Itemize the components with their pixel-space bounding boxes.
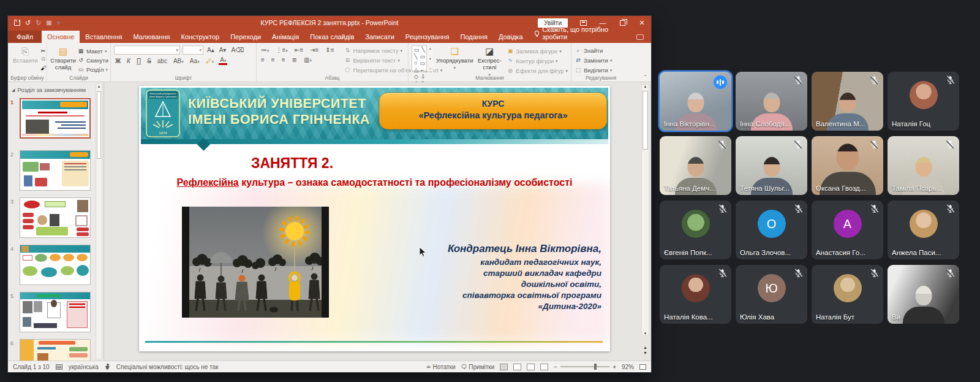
shapes-gallery[interactable]: ▭╲╲▭○▭ △⌐⌐◇⇩◠ ✎⌒∿{}☆ ▴▾▿: [412, 45, 433, 71]
tab-animations[interactable]: Анімація: [266, 31, 304, 43]
replace-button[interactable]: ⇄Замінити▾: [575, 56, 627, 64]
find-button[interactable]: ⌕Знайти: [575, 47, 627, 55]
zoom-slider[interactable]: [560, 366, 609, 367]
highlight-icon[interactable]: 🖉▾: [205, 58, 216, 64]
participant-tile[interactable]: Таміла Псарь...: [888, 136, 959, 195]
text-shadow-icon[interactable]: abc: [156, 58, 168, 64]
shapes-scroll[interactable]: ▴▾▿: [426, 45, 433, 71]
tab-help[interactable]: Довідка: [493, 31, 529, 43]
zoom-slider-thumb[interactable]: [594, 364, 597, 370]
slide-illustration[interactable]: [182, 207, 329, 318]
thumbnail-slide-4[interactable]: 4: [9, 245, 101, 289]
thumbnail-scrollbar[interactable]: ▲: [96, 83, 102, 359]
bold-icon[interactable]: Ж: [114, 58, 122, 64]
participant-tile[interactable]: Інна Слободя...: [736, 72, 807, 131]
notes-toggle[interactable]: ≐ Нотатки: [426, 364, 455, 370]
participant-tile[interactable]: Татьяна Демч...: [660, 136, 731, 195]
participant-tile[interactable]: Оксана Гвозд...: [812, 136, 883, 195]
tab-draw[interactable]: Малювання: [127, 31, 175, 43]
section-button[interactable]: ▭Розділ▾: [77, 66, 108, 74]
tell-me-box[interactable]: Скажіть, що потрібно зробити: [529, 23, 637, 43]
italic-icon[interactable]: К: [126, 58, 132, 64]
tab-insert[interactable]: Вставлення: [80, 31, 127, 43]
align-right-icon[interactable]: ≡: [281, 56, 287, 63]
prev-next-slide-buttons[interactable]: ▲▼: [641, 345, 649, 356]
arrange-button[interactable]: ❏ Упорядкувати▾: [437, 45, 472, 72]
justify-icon[interactable]: ≣: [291, 56, 298, 63]
course-badge[interactable]: КУРС «Рефлексійна культура педагога»: [379, 93, 607, 129]
shape-outline-button[interactable]: ✎Контур фігури▾: [507, 57, 568, 65]
slideshow-view-icon[interactable]: [540, 364, 548, 370]
layout-button[interactable]: ▦Макет▾: [77, 47, 108, 55]
participant-tile[interactable]: Наталія Гоц: [888, 72, 959, 131]
line-spacing-icon[interactable]: ⇕≡: [324, 47, 335, 53]
participant-tile[interactable]: О Ольга Злочов...: [736, 201, 807, 259]
increase-indent-icon[interactable]: ⇥≡: [309, 47, 320, 53]
underline-icon[interactable]: П: [135, 58, 142, 64]
clear-format-icon[interactable]: A⌫: [230, 47, 245, 53]
participant-tile[interactable]: Тетяна Шульг...: [736, 136, 807, 195]
participant-tile[interactable]: Анжела Паси...: [888, 201, 959, 259]
shape-fill-button[interactable]: ▣Заливка фігури▾: [507, 47, 568, 55]
tab-design[interactable]: Конструктор: [175, 31, 225, 43]
reset-button[interactable]: ↺Скинути: [77, 56, 108, 64]
decrease-indent-icon[interactable]: ⇤≡: [293, 47, 304, 53]
save-icon[interactable]: [14, 20, 20, 26]
thumbnail-slide-1[interactable]: 1: [9, 98, 101, 142]
scrollbar-thumb[interactable]: [97, 91, 101, 159]
university-name[interactable]: КИЇВСЬКИЙ УНІВЕРСИТЕТ ІМЕНІ БОРИСА ГРІНЧ…: [188, 96, 370, 128]
align-left-icon[interactable]: ≡: [260, 56, 266, 63]
char-spacing-icon[interactable]: АВ▾: [172, 58, 185, 64]
tab-home[interactable]: Основне: [42, 31, 80, 43]
scroll-down-icon[interactable]: ▼: [642, 332, 649, 335]
columns-icon[interactable]: ▥▾: [303, 56, 313, 63]
font-name-combobox[interactable]: ▾: [114, 45, 180, 55]
change-case-icon[interactable]: Аа▾: [189, 58, 201, 64]
tab-view[interactable]: Подання: [455, 31, 493, 43]
scroll-up-icon[interactable]: ▲: [96, 85, 102, 88]
scroll-up-icon[interactable]: ▲: [642, 85, 649, 88]
redo-icon[interactable]: ↻: [36, 20, 41, 26]
copy-icon[interactable]: ⧉: [40, 56, 47, 63]
participant-tile[interactable]: А Анастасия Го...: [812, 201, 883, 259]
participant-tile[interactable]: Валентина М...: [812, 72, 883, 131]
undo-icon[interactable]: ↺: [25, 20, 31, 26]
fit-slide-icon[interactable]: [639, 364, 646, 370]
thumbnail-slide-2[interactable]: 2: [9, 150, 101, 194]
font-size-combobox[interactable]: ▾: [183, 45, 203, 55]
shape-effects-button[interactable]: ◍Ефекти для фігур▾: [507, 67, 568, 75]
section-header[interactable]: ◢ Розділ за замовчуванням: [8, 82, 104, 96]
format-painter-icon[interactable]: 🖌: [40, 64, 47, 71]
tab-transitions[interactable]: Переходи: [225, 31, 266, 43]
zoom-in-icon[interactable]: +: [612, 364, 616, 370]
language-indicator[interactable]: українська: [69, 364, 99, 370]
participant-tile[interactable]: Ю Юлія Хава: [736, 265, 807, 324]
tab-record[interactable]: Записати: [360, 31, 399, 43]
numbering-icon[interactable]: ⋮≡▾: [275, 47, 289, 53]
lesson-subtitle[interactable]: Рефлексійна культура – ознака самодостат…: [144, 177, 605, 188]
grow-font-icon[interactable]: A▴: [206, 47, 216, 53]
tab-slideshow[interactable]: Показ слайдів: [304, 31, 360, 43]
thumbnail-slide-5[interactable]: 5: [9, 292, 101, 336]
thumbnail-slide-3[interactable]: 3: [9, 197, 101, 242]
slide[interactable]: Київський університет імені Бориса Грінч…: [139, 86, 610, 351]
tab-file[interactable]: Файл: [8, 31, 42, 43]
new-slide-button[interactable]: ▤ Створити слайд: [50, 45, 76, 74]
participant-tile[interactable]: Наталія Бут: [812, 265, 883, 324]
tab-review[interactable]: Рецензування: [400, 31, 455, 43]
normal-view-icon[interactable]: [500, 364, 508, 370]
accessibility-status[interactable]: Спеціальні можливості: щось не так: [116, 364, 219, 370]
qat-dropdown-icon[interactable]: ▾: [57, 20, 61, 26]
collapse-ribbon-icon[interactable]: ⌃: [643, 74, 647, 80]
comments-toggle[interactable]: 🗨 Примітки: [461, 364, 495, 370]
zoom-out-icon[interactable]: −: [554, 364, 557, 370]
participant-tile[interactable]: Ви: [888, 265, 959, 324]
participant-tile[interactable]: Наталія Кова...: [660, 265, 731, 324]
reading-view-icon[interactable]: [527, 364, 535, 370]
lesson-title[interactable]: ЗАНЯТТЯ 2.: [176, 155, 409, 172]
bullets-icon[interactable]: ≔▾: [260, 47, 271, 53]
participant-tile[interactable]: Євгенія Попк...: [660, 201, 731, 259]
shrink-font-icon[interactable]: A▾: [218, 47, 228, 53]
participant-tile[interactable]: Інна Вікторівн...: [660, 72, 731, 131]
touch-mode-icon[interactable]: ⊞: [46, 20, 51, 26]
